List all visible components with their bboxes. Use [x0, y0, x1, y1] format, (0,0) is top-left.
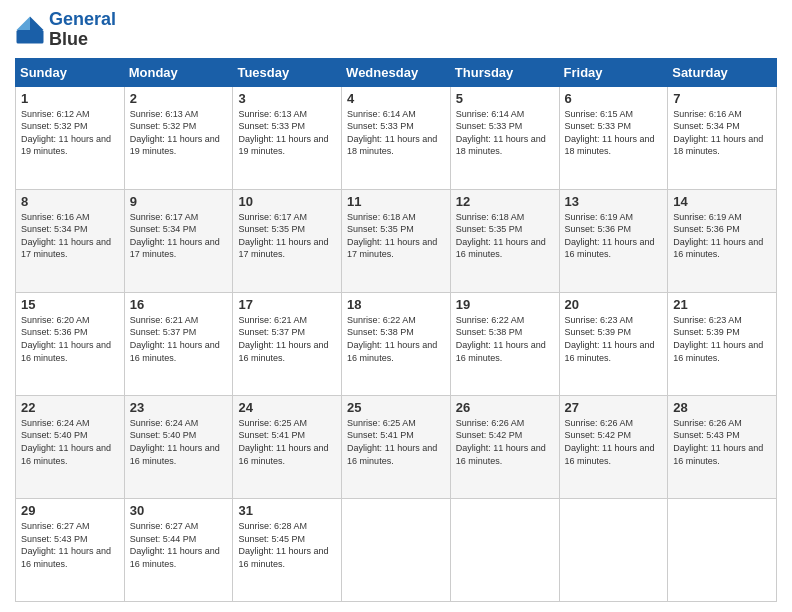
- calendar-cell: 17 Sunrise: 6:21 AM Sunset: 5:37 PM Dayl…: [233, 292, 342, 395]
- calendar-table: SundayMondayTuesdayWednesdayThursdayFrid…: [15, 58, 777, 602]
- day-info: Sunrise: 6:25 AM Sunset: 5:41 PM Dayligh…: [347, 417, 445, 467]
- day-number: 15: [21, 297, 119, 312]
- calendar-cell: 27 Sunrise: 6:26 AM Sunset: 5:42 PM Dayl…: [559, 395, 668, 498]
- day-info: Sunrise: 6:25 AM Sunset: 5:41 PM Dayligh…: [238, 417, 336, 467]
- calendar-cell: 29 Sunrise: 6:27 AM Sunset: 5:43 PM Dayl…: [16, 498, 125, 601]
- day-number: 10: [238, 194, 336, 209]
- calendar-body: 1 Sunrise: 6:12 AM Sunset: 5:32 PM Dayli…: [16, 86, 777, 601]
- day-number: 5: [456, 91, 554, 106]
- calendar-cell: 28 Sunrise: 6:26 AM Sunset: 5:43 PM Dayl…: [668, 395, 777, 498]
- day-info: Sunrise: 6:15 AM Sunset: 5:33 PM Dayligh…: [565, 108, 663, 158]
- day-info: Sunrise: 6:18 AM Sunset: 5:35 PM Dayligh…: [456, 211, 554, 261]
- day-header-tuesday: Tuesday: [233, 58, 342, 86]
- day-number: 23: [130, 400, 228, 415]
- day-info: Sunrise: 6:27 AM Sunset: 5:44 PM Dayligh…: [130, 520, 228, 570]
- day-number: 21: [673, 297, 771, 312]
- calendar-cell: 16 Sunrise: 6:21 AM Sunset: 5:37 PM Dayl…: [124, 292, 233, 395]
- day-number: 17: [238, 297, 336, 312]
- day-number: 9: [130, 194, 228, 209]
- day-info: Sunrise: 6:19 AM Sunset: 5:36 PM Dayligh…: [565, 211, 663, 261]
- day-info: Sunrise: 6:14 AM Sunset: 5:33 PM Dayligh…: [347, 108, 445, 158]
- calendar-header-row: SundayMondayTuesdayWednesdayThursdayFrid…: [16, 58, 777, 86]
- day-number: 13: [565, 194, 663, 209]
- calendar-cell: [668, 498, 777, 601]
- calendar-cell: 8 Sunrise: 6:16 AM Sunset: 5:34 PM Dayli…: [16, 189, 125, 292]
- calendar-cell: 2 Sunrise: 6:13 AM Sunset: 5:32 PM Dayli…: [124, 86, 233, 189]
- svg-rect-2: [17, 30, 44, 44]
- day-number: 30: [130, 503, 228, 518]
- day-info: Sunrise: 6:20 AM Sunset: 5:36 PM Dayligh…: [21, 314, 119, 364]
- calendar-week-1: 1 Sunrise: 6:12 AM Sunset: 5:32 PM Dayli…: [16, 86, 777, 189]
- calendar-cell: 26 Sunrise: 6:26 AM Sunset: 5:42 PM Dayl…: [450, 395, 559, 498]
- svg-marker-1: [17, 16, 31, 30]
- day-number: 7: [673, 91, 771, 106]
- day-number: 28: [673, 400, 771, 415]
- day-number: 29: [21, 503, 119, 518]
- calendar-cell: 10 Sunrise: 6:17 AM Sunset: 5:35 PM Dayl…: [233, 189, 342, 292]
- calendar-cell: 21 Sunrise: 6:23 AM Sunset: 5:39 PM Dayl…: [668, 292, 777, 395]
- calendar-week-5: 29 Sunrise: 6:27 AM Sunset: 5:43 PM Dayl…: [16, 498, 777, 601]
- calendar-week-4: 22 Sunrise: 6:24 AM Sunset: 5:40 PM Dayl…: [16, 395, 777, 498]
- day-number: 31: [238, 503, 336, 518]
- day-info: Sunrise: 6:16 AM Sunset: 5:34 PM Dayligh…: [21, 211, 119, 261]
- calendar-cell: [342, 498, 451, 601]
- day-info: Sunrise: 6:26 AM Sunset: 5:42 PM Dayligh…: [456, 417, 554, 467]
- calendar-cell: 15 Sunrise: 6:20 AM Sunset: 5:36 PM Dayl…: [16, 292, 125, 395]
- day-number: 27: [565, 400, 663, 415]
- day-number: 14: [673, 194, 771, 209]
- day-info: Sunrise: 6:23 AM Sunset: 5:39 PM Dayligh…: [565, 314, 663, 364]
- calendar-cell: 30 Sunrise: 6:27 AM Sunset: 5:44 PM Dayl…: [124, 498, 233, 601]
- calendar-cell: 11 Sunrise: 6:18 AM Sunset: 5:35 PM Dayl…: [342, 189, 451, 292]
- day-info: Sunrise: 6:21 AM Sunset: 5:37 PM Dayligh…: [130, 314, 228, 364]
- calendar-cell: 13 Sunrise: 6:19 AM Sunset: 5:36 PM Dayl…: [559, 189, 668, 292]
- day-number: 6: [565, 91, 663, 106]
- day-number: 2: [130, 91, 228, 106]
- svg-marker-0: [30, 16, 44, 30]
- day-info: Sunrise: 6:17 AM Sunset: 5:34 PM Dayligh…: [130, 211, 228, 261]
- calendar-cell: 23 Sunrise: 6:24 AM Sunset: 5:40 PM Dayl…: [124, 395, 233, 498]
- calendar-cell: 9 Sunrise: 6:17 AM Sunset: 5:34 PM Dayli…: [124, 189, 233, 292]
- day-info: Sunrise: 6:13 AM Sunset: 5:32 PM Dayligh…: [130, 108, 228, 158]
- day-header-friday: Friday: [559, 58, 668, 86]
- day-info: Sunrise: 6:18 AM Sunset: 5:35 PM Dayligh…: [347, 211, 445, 261]
- calendar-cell: 14 Sunrise: 6:19 AM Sunset: 5:36 PM Dayl…: [668, 189, 777, 292]
- calendar-cell: 20 Sunrise: 6:23 AM Sunset: 5:39 PM Dayl…: [559, 292, 668, 395]
- day-info: Sunrise: 6:24 AM Sunset: 5:40 PM Dayligh…: [21, 417, 119, 467]
- day-header-thursday: Thursday: [450, 58, 559, 86]
- calendar-cell: [559, 498, 668, 601]
- logo: General Blue: [15, 10, 116, 50]
- day-info: Sunrise: 6:24 AM Sunset: 5:40 PM Dayligh…: [130, 417, 228, 467]
- day-number: 3: [238, 91, 336, 106]
- day-number: 8: [21, 194, 119, 209]
- calendar-cell: 6 Sunrise: 6:15 AM Sunset: 5:33 PM Dayli…: [559, 86, 668, 189]
- day-info: Sunrise: 6:16 AM Sunset: 5:34 PM Dayligh…: [673, 108, 771, 158]
- day-info: Sunrise: 6:22 AM Sunset: 5:38 PM Dayligh…: [347, 314, 445, 364]
- day-header-sunday: Sunday: [16, 58, 125, 86]
- calendar-cell: 18 Sunrise: 6:22 AM Sunset: 5:38 PM Dayl…: [342, 292, 451, 395]
- day-number: 18: [347, 297, 445, 312]
- logo-icon: [15, 15, 45, 45]
- day-number: 1: [21, 91, 119, 106]
- calendar-week-3: 15 Sunrise: 6:20 AM Sunset: 5:36 PM Dayl…: [16, 292, 777, 395]
- day-header-monday: Monday: [124, 58, 233, 86]
- calendar-cell: 19 Sunrise: 6:22 AM Sunset: 5:38 PM Dayl…: [450, 292, 559, 395]
- day-info: Sunrise: 6:21 AM Sunset: 5:37 PM Dayligh…: [238, 314, 336, 364]
- day-header-saturday: Saturday: [668, 58, 777, 86]
- day-info: Sunrise: 6:26 AM Sunset: 5:43 PM Dayligh…: [673, 417, 771, 467]
- day-number: 16: [130, 297, 228, 312]
- logo-text: General Blue: [49, 10, 116, 50]
- calendar-cell: 3 Sunrise: 6:13 AM Sunset: 5:33 PM Dayli…: [233, 86, 342, 189]
- day-number: 19: [456, 297, 554, 312]
- day-number: 20: [565, 297, 663, 312]
- day-info: Sunrise: 6:26 AM Sunset: 5:42 PM Dayligh…: [565, 417, 663, 467]
- day-info: Sunrise: 6:27 AM Sunset: 5:43 PM Dayligh…: [21, 520, 119, 570]
- day-info: Sunrise: 6:22 AM Sunset: 5:38 PM Dayligh…: [456, 314, 554, 364]
- day-number: 24: [238, 400, 336, 415]
- page: General Blue SundayMondayTuesdayWednesda…: [0, 0, 792, 612]
- day-number: 26: [456, 400, 554, 415]
- day-number: 25: [347, 400, 445, 415]
- day-number: 4: [347, 91, 445, 106]
- header: General Blue: [15, 10, 777, 50]
- day-info: Sunrise: 6:17 AM Sunset: 5:35 PM Dayligh…: [238, 211, 336, 261]
- calendar-cell: 1 Sunrise: 6:12 AM Sunset: 5:32 PM Dayli…: [16, 86, 125, 189]
